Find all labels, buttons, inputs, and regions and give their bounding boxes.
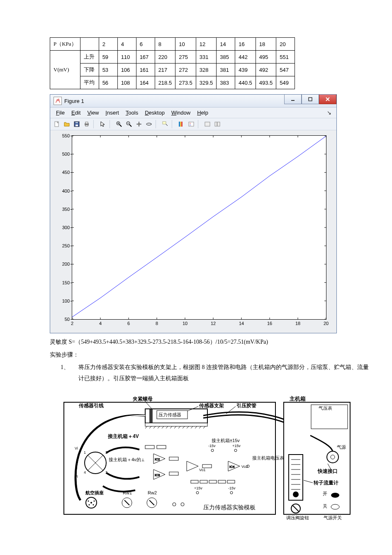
x-tick-label: 14 bbox=[239, 319, 244, 326]
up-1: 110 bbox=[117, 51, 136, 64]
x-tick-label: 2 bbox=[71, 319, 73, 326]
svg-rect-26 bbox=[215, 122, 217, 126]
p-1: 4 bbox=[117, 38, 136, 51]
lbl-air-switch: 气源开关 bbox=[324, 515, 342, 520]
lbl-on: 开 bbox=[323, 491, 327, 496]
svg-rect-1 bbox=[309, 98, 312, 101]
dn-7: 439 bbox=[235, 64, 256, 76]
lbl-host-box: 主机箱 bbox=[289, 396, 306, 402]
pan-icon[interactable] bbox=[134, 120, 144, 129]
toolbar-separator bbox=[156, 120, 158, 128]
menu-tools[interactable]: Tools bbox=[123, 109, 141, 117]
avg-6: 383 bbox=[217, 76, 235, 89]
lbl-rotor-flow: 转子流量计 bbox=[313, 480, 338, 486]
avg-2: 164 bbox=[136, 76, 155, 89]
toolbar-separator bbox=[93, 120, 96, 128]
avg-8: 493.5 bbox=[256, 76, 276, 89]
zoom-out-icon[interactable] bbox=[124, 120, 134, 129]
p-2: 6 bbox=[136, 38, 155, 51]
sub-avg: 平均 bbox=[80, 76, 99, 89]
show-plot-tools-icon[interactable] bbox=[213, 120, 222, 129]
vo1: Vo1 bbox=[199, 468, 206, 472]
lbl-quick-port: 快速接口 bbox=[317, 468, 338, 474]
p-6: 14 bbox=[217, 38, 235, 51]
svg-rect-108 bbox=[218, 480, 226, 483]
new-figure-icon[interactable] bbox=[52, 120, 61, 129]
lbl-to-voltmeter: 接主机箱电压表 bbox=[252, 455, 284, 460]
menu-window[interactable]: Window bbox=[169, 109, 193, 117]
datacursor-icon[interactable] bbox=[161, 120, 170, 129]
rotate3d-icon[interactable] bbox=[144, 120, 153, 129]
row-v-label: V(mV) bbox=[50, 51, 80, 89]
pointer-icon[interactable] bbox=[98, 120, 107, 129]
svg-rect-102 bbox=[169, 457, 178, 460]
x-tick-label: 4 bbox=[99, 319, 102, 326]
svg-rect-21 bbox=[181, 122, 183, 127]
p-4: 10 bbox=[175, 38, 196, 51]
svg-rect-7 bbox=[85, 122, 88, 124]
up-7: 442 bbox=[235, 51, 256, 64]
close-button[interactable] bbox=[319, 95, 336, 104]
insert-legend-icon[interactable] bbox=[187, 120, 196, 129]
menu-insert[interactable]: Insert bbox=[103, 109, 122, 117]
dn-9: 547 bbox=[276, 64, 295, 76]
open-icon[interactable] bbox=[62, 120, 71, 129]
avg-1: 108 bbox=[117, 76, 136, 89]
toolbar-separator bbox=[172, 120, 175, 128]
svg-rect-104 bbox=[202, 465, 212, 468]
hide-plot-tools-icon[interactable] bbox=[203, 120, 212, 129]
x-tick-label: 6 bbox=[127, 319, 130, 326]
print-icon[interactable] bbox=[82, 120, 91, 129]
svg-line-18 bbox=[166, 124, 168, 126]
svg-rect-124 bbox=[284, 402, 350, 514]
x-tick-label: 16 bbox=[267, 319, 272, 326]
chart-axes[interactable]: 5010015020025030035040045050055024681012… bbox=[72, 135, 326, 320]
maximize-button[interactable] bbox=[302, 95, 319, 104]
window-title: Figure 1 bbox=[64, 98, 284, 104]
svg-rect-99 bbox=[145, 445, 154, 449]
up-8: 495 bbox=[256, 51, 276, 64]
svg-rect-19 bbox=[179, 122, 180, 127]
zoom-in-icon[interactable] bbox=[114, 120, 124, 129]
toolbar bbox=[50, 118, 336, 130]
svg-rect-20 bbox=[180, 122, 181, 127]
schematic-diagram: 传感器引线 夹紧螺母 传感器支架 引压胶管 压力传感器 bbox=[62, 388, 353, 521]
steps-title: 实验步骤： bbox=[50, 350, 371, 361]
dn-4: 272 bbox=[175, 64, 196, 76]
p-0: 2 bbox=[99, 38, 117, 51]
avg-3: 218.5 bbox=[155, 76, 175, 89]
svg-rect-17 bbox=[163, 122, 166, 124]
lbl-host-4v-gnd: 接主机箱＋4v的⊥ bbox=[109, 457, 145, 462]
row-p-label: P（KPa） bbox=[50, 38, 80, 51]
lbl-clamp-nut: 夹紧螺母 bbox=[133, 396, 153, 402]
lbl-sensor-bracket: 传感器支架 bbox=[199, 403, 224, 408]
menu-edit[interactable]: Edit bbox=[69, 109, 83, 117]
menu-help[interactable]: Help bbox=[195, 109, 211, 117]
svg-rect-5 bbox=[75, 122, 78, 123]
ic4: IC4 bbox=[229, 465, 235, 469]
insert-colorbar-icon[interactable] bbox=[177, 120, 186, 129]
minimize-button[interactable] bbox=[284, 95, 302, 104]
x-tick-label: 8 bbox=[156, 319, 158, 326]
window-titlebar[interactable]: Figure 1 bbox=[50, 95, 336, 108]
avg-0: 56 bbox=[99, 76, 117, 89]
menu-view[interactable]: View bbox=[85, 109, 101, 117]
data-table: P（KPa） 2 4 6 8 10 12 14 16 18 20 V(mV) 上… bbox=[50, 37, 295, 89]
menu-desktop[interactable]: Desktop bbox=[142, 109, 167, 117]
menubar: File Edit View Insert Tools Desktop Wind… bbox=[50, 108, 336, 118]
p-5: 12 bbox=[196, 38, 217, 51]
svg-rect-107 bbox=[209, 480, 217, 483]
lbl-air-source: 气源 bbox=[337, 445, 346, 450]
undock-icon[interactable]: ↘ bbox=[324, 109, 334, 117]
svg-rect-8 bbox=[85, 125, 88, 126]
menu-file[interactable]: File bbox=[54, 109, 67, 117]
save-icon[interactable] bbox=[72, 120, 81, 129]
svg-point-141 bbox=[331, 493, 339, 498]
dn-0: 53 bbox=[99, 64, 117, 76]
svg-rect-103 bbox=[169, 472, 178, 475]
sensitivity-text: 灵敏度 S=（549+493.5+440.5+383+329.5-273.5-2… bbox=[50, 337, 371, 348]
lbl-off: 关 bbox=[323, 504, 327, 509]
up-0: 59 bbox=[99, 51, 117, 64]
up-4: 275 bbox=[175, 51, 196, 64]
up-2: 167 bbox=[136, 51, 155, 64]
